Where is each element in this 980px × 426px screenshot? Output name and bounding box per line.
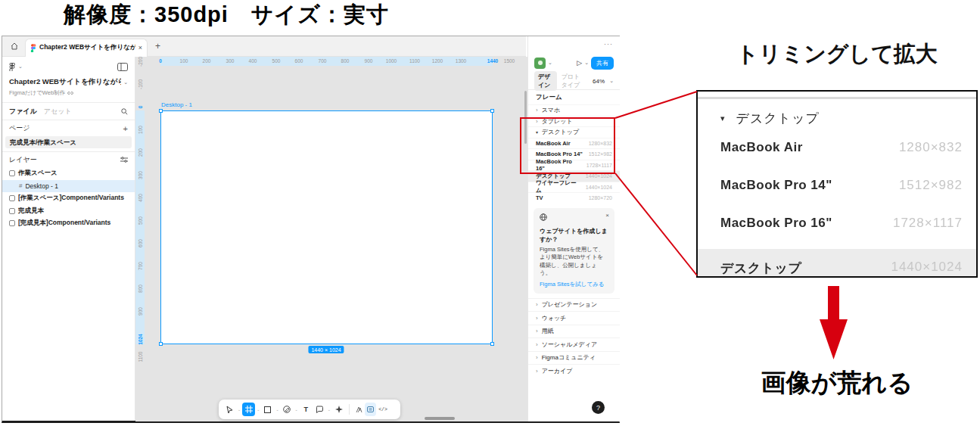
group-watch[interactable]: › ウォッチ xyxy=(528,311,620,325)
down-arrow xyxy=(817,284,851,364)
help-button[interactable]: ? xyxy=(592,401,605,414)
section-icon xyxy=(9,208,15,214)
chevron-right-icon: › xyxy=(536,328,538,334)
menu-caret-icon[interactable]: ⌄ xyxy=(18,64,23,70)
horizontal-ruler: 0 100 200 300 400 500 600 700 800 900 10… xyxy=(135,57,527,66)
ruler-tick: 900 xyxy=(138,303,143,321)
row-separator xyxy=(698,97,976,99)
tab-assets[interactable]: アセット xyxy=(44,107,72,117)
sidebar-toggle-icon[interactable] xyxy=(117,63,128,71)
promo-link[interactable]: Figma Sitesを試してみる xyxy=(540,281,608,288)
figma-menu-icon[interactable] xyxy=(9,63,15,71)
group-figma-community[interactable]: › Figmaコミュニティ xyxy=(528,351,620,365)
shape-tool-caret-icon[interactable]: ⌄ xyxy=(275,407,278,412)
layer-item-selected[interactable]: # Desktop - 1 xyxy=(2,180,135,193)
ruler-tick: 1300 xyxy=(452,58,470,64)
layer-item[interactable]: 完成見本 xyxy=(2,205,135,218)
add-page-button[interactable]: + xyxy=(123,124,128,133)
ruler-tick: 700 xyxy=(313,58,331,64)
pen-tool-button[interactable] xyxy=(281,403,294,416)
file-tab[interactable]: Chapter2 WEBサイトを作りながら × xyxy=(25,39,148,57)
search-icon[interactable] xyxy=(121,108,128,115)
tab-bar: Chapter2 WEBサイトを作りながら × + xyxy=(2,36,526,57)
horizontal-scrollbar[interactable] xyxy=(425,417,455,420)
library-icon[interactable] xyxy=(353,403,364,416)
layers-filter-icon[interactable] xyxy=(120,157,128,163)
preset-dims: 1280×720 xyxy=(589,195,612,201)
group-presentation[interactable]: › プレゼンテーション xyxy=(528,298,620,312)
layer-item[interactable]: [作業スペース]Component/Variants xyxy=(2,192,135,205)
tab-design[interactable]: デザイン xyxy=(534,71,557,91)
section-icon xyxy=(9,220,15,226)
ruler-tick: 300 xyxy=(221,58,239,64)
shape-tool-button[interactable] xyxy=(261,403,274,416)
frame-tool-button[interactable] xyxy=(242,403,255,416)
figma-sites-promo-card: × ウェブサイトを作成しますか？ Figma Sitesを使用して、より簡単にW… xyxy=(534,208,614,294)
frame-tool-caret-icon[interactable]: ⌄ xyxy=(257,407,260,412)
move-tool-caret-icon[interactable]: ⌄ xyxy=(238,407,241,412)
dev-mode-icon[interactable]: </> xyxy=(377,403,389,416)
tab-prototype[interactable]: プロトタイプ xyxy=(562,73,583,89)
more-options-icon[interactable]: ··· xyxy=(604,40,613,48)
group-label: デスクトップ xyxy=(736,110,820,127)
pen-tool-caret-icon[interactable]: ⌄ xyxy=(295,407,298,412)
frame-section-header: フレーム xyxy=(528,91,620,104)
canvas[interactable]: 0 100 200 300 400 500 600 700 800 900 10… xyxy=(135,57,527,421)
comment-tool-caret-icon[interactable]: ⌄ xyxy=(328,407,331,412)
group-phone[interactable]: › スマホ xyxy=(528,104,620,116)
present-button[interactable]: ▷ xyxy=(577,59,582,67)
tab-files[interactable]: ファイル xyxy=(9,107,37,117)
layer-label: 完成見本 xyxy=(18,207,44,216)
promo-close-icon[interactable]: × xyxy=(605,212,609,219)
zoom-caret-icon[interactable]: ⌄ xyxy=(609,78,614,84)
ruler-tick: 1500 xyxy=(500,58,518,64)
resize-handle[interactable] xyxy=(159,342,163,346)
resize-handle[interactable] xyxy=(159,109,163,113)
share-button[interactable]: 共有 xyxy=(591,57,614,70)
file-title-row[interactable]: Chapter2 WEBサイトを作りながら基本ツールを覚... ⌄ xyxy=(2,76,135,87)
file-badge: FigmaだけでWeb制作 xyxy=(9,89,65,97)
zoom-level[interactable]: 64% xyxy=(593,78,605,85)
promo-body: Figma Sitesを使用して、より簡単にWebサイトを構築し、公開しましょう… xyxy=(540,246,608,278)
group-paper[interactable]: › 用紙 xyxy=(528,325,620,338)
tab-close-icon[interactable]: × xyxy=(138,44,142,51)
present-caret-icon[interactable]: ⌄ xyxy=(584,60,589,66)
resize-handle[interactable] xyxy=(490,109,494,113)
layer-item[interactable]: 作業スペース xyxy=(2,167,135,180)
ruler-tick: 100 xyxy=(175,58,193,64)
file-badge-row: FigmaだけでWeb制作 xyxy=(2,87,135,103)
preset-name: TV xyxy=(536,194,543,201)
preset-dims: 1728×1117 xyxy=(893,216,963,231)
frame-name-label[interactable]: Desktop - 1 xyxy=(161,101,192,108)
ruler-tick: 1100 xyxy=(406,58,424,64)
layer-label: 作業スペース xyxy=(18,169,58,178)
new-tab-button[interactable]: + xyxy=(155,41,160,51)
chevron-right-icon: › xyxy=(536,301,538,308)
layer-item[interactable]: [完成見本]Component/Variants xyxy=(2,217,135,230)
ruler-tick: 600 xyxy=(138,235,143,253)
result-caption: 画像が荒れる xyxy=(696,366,978,400)
chevron-right-icon: › xyxy=(536,315,538,322)
section-icon xyxy=(9,195,15,201)
group-social-media[interactable]: › ソーシャルメディア xyxy=(528,337,620,351)
actions-button[interactable] xyxy=(332,403,345,416)
text-tool-button[interactable]: T xyxy=(300,403,313,416)
canvas-toolbar: ⌄ ⌄ ⌄ ⌄ T ⌄ </> xyxy=(219,400,400,419)
ruler-tick: 100 xyxy=(138,121,143,139)
home-button[interactable] xyxy=(8,39,21,53)
avatar[interactable] xyxy=(534,58,546,69)
resize-handle[interactable] xyxy=(490,342,494,346)
preset-wireframe[interactable]: ワイヤーフレーム 1440×1024 xyxy=(528,182,620,193)
group-archive[interactable]: › アーカイブ xyxy=(528,364,620,378)
layer-label: [完成見本]Component/Variants xyxy=(18,219,110,228)
comment-tool-button[interactable] xyxy=(313,403,326,416)
zoomed-preset-row: MacBook Air 1280×832 xyxy=(698,140,976,163)
file-title-caret-icon: ⌄ xyxy=(123,79,128,86)
ruler-tick: 1100 xyxy=(138,348,143,366)
design-frame[interactable] xyxy=(160,110,493,344)
avatar-caret-icon[interactable]: ⌄ xyxy=(548,60,552,66)
move-tool-button[interactable] xyxy=(223,403,236,416)
resources-icon[interactable] xyxy=(365,403,376,416)
page-item-selected[interactable]: 完成見本/作業スペース xyxy=(5,136,132,148)
preset-dims: 1440×1024 xyxy=(891,260,963,275)
